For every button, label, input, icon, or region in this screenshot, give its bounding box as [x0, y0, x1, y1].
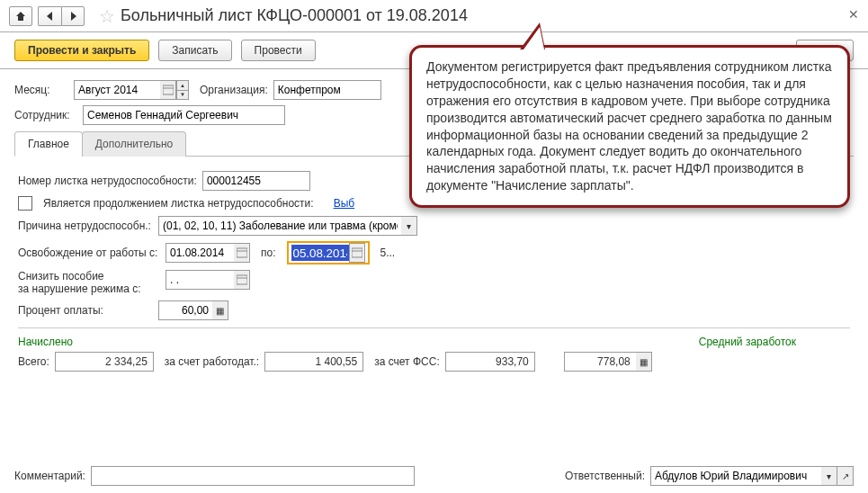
calc-icon[interactable]: ▦	[212, 300, 228, 320]
tab-additional[interactable]: Дополнительно	[82, 131, 186, 157]
responsible-label: Ответственный:	[565, 470, 645, 482]
accrued-link[interactable]: Начислено	[18, 336, 73, 348]
month-field[interactable]: ▲▼	[74, 80, 189, 100]
avg-salary-link[interactable]: Средний заработок	[699, 336, 796, 348]
dropdown-icon[interactable]: ▾	[401, 216, 417, 236]
month-picker-icon[interactable]	[160, 80, 176, 100]
tab-main[interactable]: Главное	[14, 131, 83, 157]
release-to-label: по:	[261, 246, 276, 259]
reduce-label-1: Снизить пособие	[18, 270, 153, 282]
total-label: Всего:	[18, 355, 49, 368]
home-button[interactable]	[9, 6, 32, 26]
org-field[interactable]	[273, 80, 381, 100]
comment-label: Комментарий:	[14, 470, 85, 482]
svg-rect-0	[163, 85, 174, 94]
comment-field[interactable]	[91, 466, 415, 486]
continuation-link[interactable]: Выб	[334, 197, 355, 210]
page-title: Больничный лист КФЦО-000001 от 19.08.201…	[121, 6, 468, 25]
calendar-icon[interactable]	[234, 270, 250, 290]
org-label: Организация:	[200, 84, 268, 96]
fss-label: за счет ФСС:	[374, 355, 440, 368]
calendar-icon[interactable]	[349, 243, 365, 263]
calc-icon[interactable]: ▦	[636, 352, 652, 372]
callout-text: Документом регистрируется факт предъявле…	[426, 59, 832, 193]
back-button[interactable]	[38, 6, 61, 26]
total-value: 2 334,25	[55, 352, 154, 372]
calendar-month-icon	[163, 85, 174, 95]
svg-rect-4	[352, 248, 362, 257]
reduce-label-2: за нарушение режима с:	[18, 282, 153, 295]
submit-button[interactable]: Провести	[241, 40, 316, 61]
calendar-icon[interactable]	[234, 243, 250, 263]
percent-label: Процент оплаты:	[18, 304, 153, 317]
dropdown-icon[interactable]: ▾	[821, 466, 837, 486]
home-icon	[15, 11, 26, 22]
percent-field[interactable]: ▦	[158, 300, 228, 320]
save-button[interactable]: Записать	[158, 40, 231, 61]
open-icon[interactable]: ↗	[837, 466, 854, 486]
fss-value: 933,70	[445, 352, 535, 372]
sheet-num-label: Номер листка нетрудоспособности:	[18, 175, 197, 187]
month-label: Месяц:	[14, 84, 68, 96]
responsible-field[interactable]: ▾ ↗	[650, 466, 854, 486]
arrow-left-icon	[45, 12, 56, 21]
employee-field[interactable]	[83, 105, 285, 125]
avg-value-field[interactable]: 778,08 ▦	[564, 352, 652, 372]
release-label: Освобождение от работы с:	[18, 246, 160, 259]
employer-label: за счет работодат.:	[165, 355, 259, 368]
reason-label: Причина нетрудоспособн.:	[18, 220, 153, 232]
release-days: 5...	[380, 246, 396, 259]
forward-button[interactable]	[61, 6, 85, 26]
submit-close-button[interactable]: Провести и закрыть	[14, 40, 149, 61]
arrow-right-icon	[67, 12, 78, 21]
close-button[interactable]: ✕	[848, 7, 859, 22]
favorite-star-icon[interactable]: ☆	[99, 5, 115, 27]
employee-label: Сотрудник:	[14, 109, 77, 121]
employer-value: 1 400,55	[264, 352, 363, 372]
release-to-field[interactable]	[287, 241, 370, 264]
release-from-field[interactable]	[166, 243, 250, 263]
continuation-checkbox[interactable]	[18, 196, 32, 211]
reason-field[interactable]: ▾	[158, 216, 417, 236]
svg-rect-2	[237, 248, 247, 257]
svg-rect-6	[237, 275, 247, 284]
reduce-date-field[interactable]	[166, 270, 250, 290]
continuation-label: Является продолжением листка нетрудоспос…	[43, 197, 314, 210]
month-spinner[interactable]: ▲▼	[176, 80, 189, 100]
help-callout: Документом регистрируется факт предъявле…	[409, 45, 850, 208]
sheet-num-field[interactable]	[202, 171, 310, 191]
